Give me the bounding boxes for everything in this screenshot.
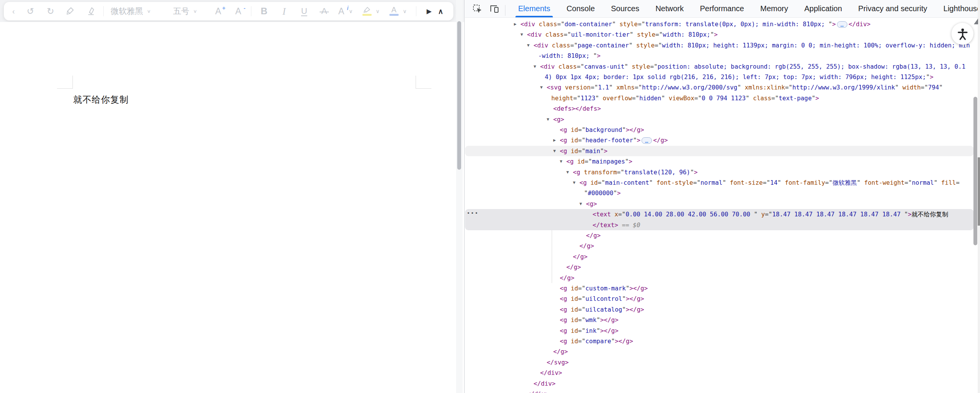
decrease-font-button[interactable]: A -: [232, 5, 244, 18]
expand-arrow-open-icon[interactable]: ▼: [553, 146, 556, 157]
dom-tree-row[interactable]: <g id="compare"></g>: [560, 336, 633, 347]
dom-tree-row[interactable]: ▼<div class="page-container" style="widt…: [534, 40, 970, 51]
chevron-down-icon: ∨: [147, 9, 151, 14]
increase-font-button[interactable]: A +: [212, 5, 224, 18]
font-size-dropdown[interactable]: 五号 ∨: [173, 6, 204, 17]
expand-arrow-open-icon[interactable]: ▼: [520, 29, 523, 40]
tab-lighthouse[interactable]: Lighthouse: [935, 0, 980, 17]
dom-tree-row[interactable]: 4) 0px 1px 4px; border: 1px solid rgb(21…: [545, 72, 933, 83]
expand-arrow-open-icon[interactable]: ▼: [573, 177, 576, 188]
tab-memory[interactable]: Memory: [752, 0, 796, 17]
format-painter-icon[interactable]: [65, 5, 76, 18]
tab-sources[interactable]: Sources: [603, 0, 647, 17]
dom-tree-row[interactable]: ▼<div class="canvas-unit" style="positio…: [540, 61, 965, 72]
dom-tree-row[interactable]: height="1123" overflow="hidden" viewBox=…: [551, 93, 819, 104]
dom-tree-row[interactable]: ▼<g transform="translate(120, 96)">: [573, 167, 697, 178]
document-canvas[interactable]: 就不给你复制: [0, 22, 456, 393]
dom-tree-row[interactable]: <g id="uilcatalog"></g>: [560, 304, 644, 315]
dom-tree-row[interactable]: ▼<g>: [586, 199, 597, 209]
chevron-down-icon[interactable]: ∨: [403, 8, 407, 14]
expand-arrow-open-icon[interactable]: ▼: [547, 114, 549, 125]
highlight-color-swatch: [362, 14, 372, 16]
chevron-down-icon: ∨: [193, 9, 197, 14]
dom-tree-row[interactable]: </div>: [540, 368, 562, 378]
dom-tree-row[interactable]: </g>: [560, 273, 574, 283]
device-toolbar-icon[interactable]: [486, 2, 503, 16]
font-color-button[interactable]: A: [388, 5, 400, 18]
font-family-dropdown[interactable]: 微软雅黑 ∨: [111, 6, 165, 17]
editor-scrollbar[interactable]: [456, 0, 463, 393]
collapsed-content-ellipsis[interactable]: …: [642, 137, 652, 144]
toolbar-scroll-left-icon[interactable]: ‹: [11, 5, 16, 18]
dom-tree-row[interactable]: </g>: [553, 346, 568, 357]
text-effect-dropdown[interactable]: A i ∨: [338, 5, 353, 18]
dom-tree-row[interactable]: <g id="uilcontrol"></g>: [560, 293, 644, 304]
devtools-scrollbar-thumb[interactable]: [973, 97, 977, 245]
expand-arrow-open-icon[interactable]: ▼: [560, 156, 562, 167]
dom-tree-row[interactable]: </g>: [566, 262, 581, 273]
plus-mark: +: [222, 5, 225, 11]
collapsed-content-ellipsis[interactable]: …: [837, 21, 847, 28]
devtools-scrollbar[interactable]: [973, 18, 978, 393]
dom-tree-row[interactable]: ▼<g>: [553, 114, 564, 125]
dom-tree-row[interactable]: ▼<svg version="1.1" xmlns="http://www.w3…: [547, 82, 943, 93]
undo-icon[interactable]: ↺: [25, 5, 36, 18]
expand-arrow-open-icon[interactable]: ▼: [540, 82, 543, 93]
dom-tree-row[interactable]: ▶<g id="header-footer">…</g>: [560, 135, 668, 146]
devtools-panel: ElementsConsoleSourcesNetworkPerformance…: [464, 0, 980, 393]
dom-tree-row[interactable]: <g id="background"></g>: [560, 125, 644, 135]
scrollbar-nub: [974, 19, 978, 24]
redo-icon[interactable]: ↻: [45, 5, 56, 18]
window-scrollbar[interactable]: [978, 0, 980, 393]
toolbar-more-arrow-icon[interactable]: ▶: [423, 5, 435, 18]
dom-tree-row[interactable]: </div>: [527, 389, 549, 393]
tab-elements[interactable]: Elements: [510, 0, 558, 17]
underline-button[interactable]: U: [298, 5, 310, 18]
clear-format-eraser-icon[interactable]: [85, 5, 96, 18]
inspect-element-icon[interactable]: [469, 2, 486, 16]
document-text[interactable]: 就不给你复制: [73, 94, 129, 106]
dom-tree-row[interactable]: </div>: [534, 378, 556, 389]
dom-tree-row[interactable]: ▼<g id="main">: [560, 146, 608, 157]
dom-tree-row[interactable]: <g id="ink"></g>: [560, 326, 618, 336]
tab-console[interactable]: Console: [558, 0, 603, 17]
tab-privacy-and-security[interactable]: Privacy and security: [850, 0, 935, 17]
tab-network[interactable]: Network: [647, 0, 692, 17]
strikethrough-button[interactable]: A: [318, 5, 330, 18]
highlight-color-button[interactable]: [361, 5, 373, 18]
dom-tree-row[interactable]: -width: 810px; ">: [538, 51, 601, 61]
bold-button[interactable]: B: [258, 5, 270, 18]
dom-tree-row[interactable]: ▶<div class="dom-container" style="trans…: [520, 19, 871, 30]
collapse-toolbar-button[interactable]: ∧: [435, 5, 446, 18]
dom-tree-row[interactable]: ▼<g id="main-content" font-style="normal…: [579, 177, 960, 188]
expand-arrow-open-icon[interactable]: ▼: [534, 61, 536, 72]
expand-arrow-open-icon[interactable]: ▼: [566, 167, 569, 178]
dom-tree-row[interactable]: </g>: [586, 230, 601, 241]
node-options-dots-icon[interactable]: •••: [467, 210, 479, 216]
dom-tree-row[interactable]: ▼<g id="mainpages">: [566, 156, 632, 167]
dom-tree-row[interactable]: </g>: [573, 251, 588, 262]
dom-tree-row[interactable]: <g id="wmk"></g>: [560, 315, 618, 326]
editor-scrollbar-thumb[interactable]: [457, 21, 461, 170]
expand-arrow-closed-icon[interactable]: ▶: [514, 19, 517, 30]
tab-performance[interactable]: Performance: [692, 0, 753, 17]
dom-tree-row[interactable]: <defs></defs>: [553, 103, 601, 114]
accessibility-button[interactable]: [951, 23, 973, 45]
expand-arrow-open-icon[interactable]: ▼: [579, 199, 582, 209]
dom-tree-row[interactable]: </text> == $0: [593, 220, 640, 231]
dom-tree-row[interactable]: "#000000">: [584, 188, 621, 199]
expand-arrow-open-icon[interactable]: ▼: [527, 40, 530, 51]
window-scrollbar-thumb[interactable]: [978, 157, 980, 226]
dom-tree-row[interactable]: <g id="custom-mark"></g>: [560, 283, 648, 294]
dom-tree-row[interactable]: </g>: [579, 241, 594, 251]
dom-tree-row[interactable]: </svg>: [547, 357, 569, 368]
tab-application[interactable]: Application: [796, 0, 850, 17]
dom-tree-row[interactable]: <text x="0.00 14.00 28.00 42.00 56.00 70…: [593, 209, 948, 220]
dom-tree-row[interactable]: ▼<div class="uil-monitor-tier" style="wi…: [527, 29, 718, 40]
margin-mark-topright-v: [416, 76, 416, 89]
effect-mark: i: [347, 5, 349, 11]
chevron-down-icon[interactable]: ∨: [376, 8, 380, 14]
devtools-tool-icons: [465, 0, 510, 17]
italic-button[interactable]: I: [278, 5, 290, 18]
expand-arrow-closed-icon[interactable]: ▶: [553, 135, 556, 146]
